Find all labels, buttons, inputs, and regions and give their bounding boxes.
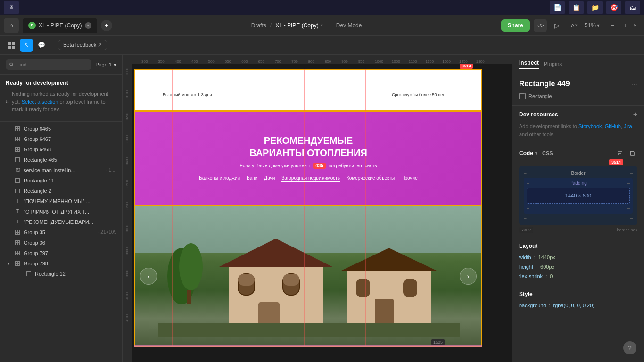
dev-mode-btn[interactable]: Dev Mode	[336, 22, 362, 29]
home-button[interactable]: ⌂	[4, 18, 19, 33]
svg-rect-14	[16, 137, 17, 139]
toolbar-divider	[53, 41, 53, 50]
nav-item-bani[interactable]: Бани	[247, 175, 257, 182]
layout-width-key: width	[519, 253, 531, 263]
layer-item-group-35[interactable]: Group 35 · 21×109	[0, 227, 122, 238]
nav-item-prochie[interactable]: Прочие	[401, 175, 417, 182]
layer-rect-icon	[25, 271, 32, 277]
layer-expand-icon	[6, 250, 11, 256]
help-button[interactable]: ?	[623, 341, 636, 354]
element-more-button[interactable]: ···	[631, 81, 637, 89]
dimension-label-3514: 3514	[460, 64, 473, 69]
layer-group-icon	[14, 136, 21, 142]
code-copy-button[interactable]	[627, 148, 637, 158]
add-tab-button[interactable]: +	[101, 20, 112, 31]
beta-feedback-button[interactable]: Beta feedback ↗	[58, 40, 107, 50]
house-svg	[158, 220, 460, 337]
tab-inspect[interactable]: Inspect	[519, 59, 539, 69]
tab-plugins[interactable]: Plugins	[544, 61, 562, 67]
carousel-right-button[interactable]: ›	[460, 268, 477, 285]
code-sort-button[interactable]	[615, 148, 625, 158]
page-label: Page 1	[95, 62, 112, 67]
file-breadcrumb: Drafts / XL - PIPE (Copy) ▾ Dev Mode	[116, 22, 497, 29]
os-icon-pdf[interactable]: 📄	[550, 1, 565, 14]
layer-item-group-6468[interactable]: Group 6468	[0, 144, 122, 155]
layer-item-group-6465[interactable]: Group 6465	[0, 123, 122, 134]
svg-rect-39	[16, 263, 17, 265]
layer-item-text-3[interactable]: T "РЕКОМЕНДУЕМЫЕ ВАРИ...	[0, 217, 122, 227]
present-button[interactable]: A?	[568, 19, 581, 32]
window-minimize-button[interactable]: –	[607, 20, 618, 31]
layer-rect-icon	[14, 188, 21, 194]
os-icon-1[interactable]: 🖥	[4, 1, 19, 14]
layer-item-group-798[interactable]: ▾ Group 798	[0, 258, 122, 269]
dev-resources-add-button[interactable]: +	[633, 110, 637, 119]
layer-item-group-797[interactable]: Group 797	[0, 248, 122, 258]
search-input[interactable]	[17, 62, 88, 67]
layer-item-service-man[interactable]: 🖼 service-man-instellin... · 1,...	[0, 165, 122, 175]
inner-dimension-box: 1440 × 600	[527, 188, 630, 204]
layer-item-group-36[interactable]: Group 36	[0, 238, 122, 248]
zoom-selector[interactable]: 51% ▾	[585, 22, 600, 29]
svg-rect-7	[8, 100, 8, 101]
carousel-left-button[interactable]: ‹	[140, 268, 157, 285]
layer-item-rectangle-465[interactable]: Rectangle 465	[0, 155, 122, 165]
layer-item-rectangle-2[interactable]: Rectangle 2	[0, 186, 122, 196]
svg-rect-23	[16, 178, 20, 182]
svg-rect-17	[18, 139, 20, 141]
nav-item-komercheskie[interactable]: Комерческие объекты	[347, 175, 395, 182]
code-actions	[615, 148, 637, 158]
svg-rect-25	[16, 230, 17, 232]
os-icon-doc[interactable]: 📋	[569, 1, 584, 14]
ready-link-select[interactable]: Select a section	[22, 99, 58, 105]
os-icon-files[interactable]: 🗂	[625, 1, 640, 14]
cursor-tool-button[interactable]: ↖	[20, 39, 33, 52]
svg-rect-13	[18, 129, 20, 131]
padding-bottom-row: – –	[527, 206, 630, 211]
window-maximize-button[interactable]: □	[619, 20, 629, 31]
svg-rect-27	[16, 232, 17, 234]
active-file[interactable]: XL - PIPE (Copy) ▾	[275, 22, 323, 29]
os-icon-app[interactable]: 🎯	[606, 1, 621, 14]
nav-item-zagorodnaya[interactable]: Загородная недвижимость	[281, 175, 340, 182]
page-chevron-icon: ▾	[114, 62, 116, 68]
code-mode-button[interactable]: </>	[534, 19, 547, 32]
svg-rect-11	[18, 126, 20, 128]
file-tab[interactable]: F XL - PIPE (Copy) ×	[23, 18, 97, 33]
svg-point-4	[10, 63, 12, 65]
layer-name: "ПОЧЕМУ ИМЕННО МЫ"-...	[24, 198, 116, 204]
layer-name: Rectangle 12	[35, 271, 116, 277]
search-bar[interactable]	[6, 59, 91, 70]
layer-name: Group 6465	[24, 126, 116, 132]
dev-resources-link-github[interactable]: GitHub	[605, 123, 621, 129]
layer-name: Rectangle 2	[24, 188, 116, 194]
layer-expand-group-798-icon[interactable]: ▾	[6, 261, 11, 266]
svg-rect-58	[158, 323, 460, 337]
share-button[interactable]: Share	[501, 19, 530, 32]
layer-item-text-2[interactable]: T "ОТЛИЧИЯ ОТ ДРУГИХ Т...	[0, 206, 122, 217]
padding-outer-box: – Padding – 1440 × 600 – –	[524, 178, 633, 214]
layout-properties: width : 1440px height : 600px flex-shrin…	[519, 253, 637, 281]
page-selector[interactable]: Page 1 ▾	[95, 62, 116, 68]
comment-tool-button[interactable]: 💬	[35, 39, 48, 52]
play-button[interactable]: ▷	[551, 19, 564, 32]
svg-rect-48	[238, 274, 255, 286]
dev-resources-link-storybook[interactable]: Storybook	[578, 123, 602, 129]
svg-rect-35	[16, 253, 17, 255]
layer-name: "ОТЛИЧИЯ ОТ ДРУГИХ Т...	[24, 209, 116, 214]
layer-item-group-6467[interactable]: Group 6467	[0, 134, 122, 144]
layout-width-value: 1440px	[538, 253, 555, 263]
layer-item-text-1[interactable]: T "ПОЧЕМУ ИМЕННО МЫ"-...	[0, 196, 122, 206]
layer-group-icon	[14, 260, 21, 267]
app-bar-right: Share </> ▷ A? 51% ▾ – □ ×	[501, 19, 640, 32]
layer-item-rectangle-12[interactable]: Rectangle 12	[0, 269, 122, 279]
layer-item-rectangle-11[interactable]: Rectangle 11	[0, 175, 122, 186]
layer-expand-icon	[6, 126, 11, 132]
tab-close-button[interactable]: ×	[85, 22, 91, 29]
grid-tool-button[interactable]	[5, 39, 18, 52]
window-close-button[interactable]: ×	[630, 20, 640, 31]
nav-item-dachi[interactable]: Дачи	[264, 175, 275, 182]
nav-item-balkony[interactable]: Балконы и лоджии	[199, 175, 240, 182]
os-icon-folder[interactable]: 📁	[587, 1, 603, 14]
dev-resources-link-jira[interactable]: Jira	[624, 123, 632, 129]
